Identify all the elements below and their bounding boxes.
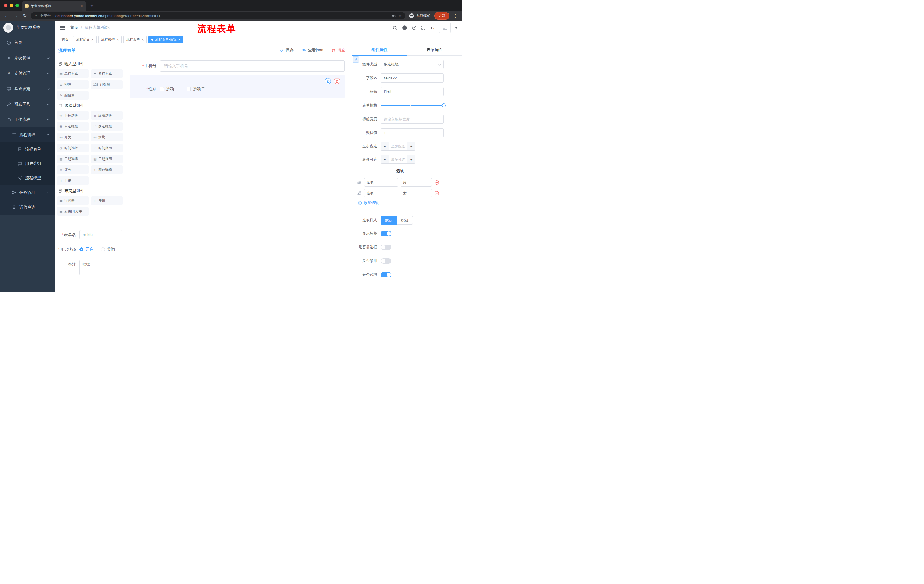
back-button[interactable]: ←: [3, 13, 10, 18]
component-slider[interactable]: ⊷滑块: [91, 133, 123, 141]
window-zoom-button[interactable]: [15, 4, 19, 7]
decrease-button[interactable]: −: [381, 155, 389, 163]
sidebar-item-user-group[interactable]: 用户分组: [0, 156, 55, 171]
tag-close-icon[interactable]: ×: [178, 38, 181, 41]
component-time-picker[interactable]: ◷时间选择: [57, 144, 89, 152]
drag-handle-icon[interactable]: [357, 191, 361, 196]
form-remark-textarea[interactable]: 嘿嘿: [79, 260, 122, 275]
avatar[interactable]: [439, 23, 450, 33]
tag-process-form-edit[interactable]: 流程表单-编辑 ×: [148, 36, 183, 43]
avatar-caret-icon[interactable]: [455, 27, 457, 29]
view-json-button[interactable]: 查看json: [302, 48, 323, 53]
component-table[interactable]: ▦表格[开发中]: [57, 207, 89, 216]
component-upload[interactable]: ⇧上传: [57, 176, 89, 185]
component-row-container[interactable]: ▣行容器: [57, 196, 89, 205]
title-input[interactable]: [381, 87, 444, 96]
with-border-toggle[interactable]: [381, 245, 391, 250]
clear-button[interactable]: 清空: [332, 48, 345, 53]
window-close-button[interactable]: [4, 4, 7, 7]
max-select-input[interactable]: [389, 155, 407, 163]
component-checkbox-group[interactable]: ☑多选框组: [91, 122, 123, 131]
tab-close-icon[interactable]: ×: [80, 4, 84, 8]
browser-update-button[interactable]: 更新: [434, 12, 449, 20]
option-name-input[interactable]: [364, 189, 398, 197]
option-name-input[interactable]: [364, 178, 398, 187]
option-value-input[interactable]: [401, 178, 432, 187]
github-icon[interactable]: [402, 25, 407, 30]
sidebar-toggle-icon[interactable]: [60, 26, 65, 30]
reload-button[interactable]: ↻: [22, 13, 28, 18]
status-off-radio[interactable]: 关闭: [101, 247, 115, 252]
tab-form-properties[interactable]: 表单属性: [407, 44, 462, 56]
default-value-input[interactable]: [381, 128, 444, 137]
sidebar-item-leave-query[interactable]: 请假查询: [0, 200, 55, 215]
sidebar-item-devtools[interactable]: 研发工具: [0, 97, 55, 112]
status-on-radio[interactable]: 开启: [79, 247, 94, 252]
phone-input[interactable]: [160, 60, 345, 72]
component-button[interactable]: ◻按钮: [91, 196, 123, 205]
required-toggle[interactable]: [381, 272, 391, 277]
increase-button[interactable]: +: [407, 155, 415, 163]
sidebar-item-home[interactable]: 首页: [0, 35, 55, 50]
tag-process-form[interactable]: 流程表单 ×: [123, 36, 147, 43]
show-label-toggle[interactable]: [381, 231, 391, 236]
address-bar[interactable]: ⚠ 不安全 dashboard.yudao.iocoder.cn/bpm/man…: [31, 12, 405, 20]
forward-button[interactable]: →: [13, 13, 19, 18]
tab-component-properties[interactable]: 组件属性: [352, 44, 407, 56]
component-password[interactable]: ⊡密码: [57, 80, 89, 89]
fullscreen-icon[interactable]: [421, 25, 426, 30]
password-key-icon[interactable]: [392, 14, 396, 18]
breadcrumb-home[interactable]: 首页: [70, 25, 78, 30]
label-width-input[interactable]: [381, 115, 444, 124]
tag-close-icon[interactable]: ×: [91, 38, 94, 41]
component-date-range[interactable]: ▧日期范围: [91, 155, 123, 163]
field-name-input[interactable]: [381, 73, 444, 82]
sidebar-item-process-model[interactable]: 流程模型: [0, 171, 55, 185]
search-icon[interactable]: [393, 25, 398, 30]
component-radio-group[interactable]: ◉单选框组: [57, 122, 89, 131]
sidebar-item-system[interactable]: 系统管理: [0, 50, 55, 66]
component-counter[interactable]: 123计数器: [91, 80, 123, 89]
component-switch[interactable]: ⊶开关: [57, 133, 89, 141]
component-type-select[interactable]: 多选框组: [381, 60, 444, 69]
slider-handle[interactable]: [442, 104, 446, 107]
component-multi-text[interactable]: ≣多行文本: [91, 69, 123, 78]
form-canvas[interactable]: *手机号: [127, 56, 351, 292]
component-cascader[interactable]: ⋔级联选择: [91, 111, 123, 120]
component-editor[interactable]: ✎编辑器: [57, 91, 89, 100]
tag-home[interactable]: 首页: [59, 36, 71, 43]
link-badge-button[interactable]: [353, 56, 359, 63]
style-default-button[interactable]: 默认: [381, 216, 396, 225]
help-icon[interactable]: [412, 25, 417, 30]
disabled-toggle[interactable]: [381, 258, 391, 264]
sidebar-item-infrastructure[interactable]: 基础设施: [0, 81, 55, 97]
gender-option-1-checkbox[interactable]: 选项一: [160, 87, 178, 92]
bookmark-star-icon[interactable]: ☆: [398, 14, 402, 18]
sidebar-item-payment[interactable]: ¥ 支付管理: [0, 66, 55, 81]
font-size-icon[interactable]: TT: [430, 25, 434, 30]
browser-tab[interactable]: 芋道管理系统 ×: [22, 1, 86, 11]
save-button[interactable]: 保存: [280, 48, 294, 53]
phone-field-row[interactable]: *手机号: [130, 60, 345, 72]
min-select-input[interactable]: [389, 142, 407, 150]
option-value-input[interactable]: [401, 189, 432, 197]
delete-field-button[interactable]: [334, 78, 340, 84]
component-single-text[interactable]: ▭单行文本: [57, 69, 89, 78]
component-select[interactable]: ◎下拉选择: [57, 111, 89, 120]
gender-option-2-checkbox[interactable]: 选项二: [187, 87, 205, 92]
sidebar-item-workflow[interactable]: 工作流程: [0, 112, 55, 127]
component-date-picker[interactable]: ▦日期选择: [57, 155, 89, 163]
drag-handle-icon[interactable]: [357, 180, 361, 184]
window-minimize-button[interactable]: [10, 4, 13, 7]
new-tab-button[interactable]: +: [90, 3, 94, 9]
sidebar-item-process-form[interactable]: 流程表单: [0, 142, 55, 156]
component-time-range[interactable]: ◔时间范围: [91, 144, 123, 152]
style-button-button[interactable]: 按钮: [396, 216, 413, 225]
decrease-button[interactable]: −: [381, 142, 389, 150]
remove-option-button[interactable]: [434, 180, 439, 185]
grid-slider[interactable]: [381, 101, 444, 110]
copy-field-button[interactable]: [325, 78, 331, 84]
tag-close-icon[interactable]: ×: [142, 38, 144, 41]
component-color-picker[interactable]: ◐颜色选择: [91, 165, 123, 174]
tag-process-model[interactable]: 流程模型 ×: [98, 36, 122, 43]
